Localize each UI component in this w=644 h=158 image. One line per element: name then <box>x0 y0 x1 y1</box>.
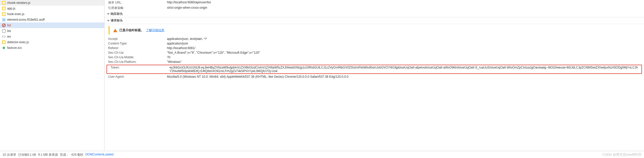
header-key: Token: <box>111 66 170 73</box>
svg-rect-5 <box>3 13 5 15</box>
file-chunk-vendors-js[interactable]: chunk-vendors.js <box>0 0 104 6</box>
notice-text: 已显示临时标题。 <box>119 28 144 32</box>
file-label: list <box>7 24 11 27</box>
file-detector-exec-js[interactable]: detector-exec.js <box>0 39 104 45</box>
domcontentloaded-label: DOMContentLoaded <box>85 153 113 157</box>
header-value: ?0 <box>167 55 640 59</box>
file-label: detector-exec.js <box>7 40 29 44</box>
header-row: Sec-Ch-Ua-Mobile:?0 <box>104 55 644 60</box>
font-blue-icon: A <box>2 18 6 21</box>
square-gray-icon <box>2 29 6 33</box>
header-key: Sec-Ch-Ua-Mobile: <box>108 55 167 59</box>
header-row: Accept:application/json, text/plain, */* <box>104 37 644 41</box>
header-value: "Windows" <box>167 60 640 64</box>
response-headers-section[interactable]: 响应标头 <box>104 11 644 17</box>
header-row: Sec-Ch-Ua:"Not_A Brand";v="8", "Chromium… <box>104 50 644 55</box>
header-row-token: Token: eyJhbGciOiJIUzI1NiJ9.eyJleHByZXNz… <box>107 65 641 73</box>
js-yellow-icon <box>2 7 6 10</box>
header-value: Mozilla/5.0 (Windows NT 10.0; Win64; x64… <box>167 75 640 78</box>
header-key: Accept: <box>108 37 167 41</box>
file-app-js[interactable]: app.js <box>0 6 104 11</box>
header-row: Content-Type:application/json <box>104 41 644 46</box>
finish-value: 429 毫秒 <box>71 153 83 157</box>
header-value: eyJhbGciOiJIUzI1NiJ9.eyJleHByZXNzaW9uIjp… <box>170 66 638 73</box>
file-ws[interactable]: ws <box>0 34 104 39</box>
js-yellow-icon <box>2 1 6 5</box>
header-key: Referer: <box>108 46 167 50</box>
header-key: 请求 URL: <box>108 1 167 5</box>
resources-size: 9.1 MB 条资源 <box>38 153 58 157</box>
file-label: chunk-vendors.js <box>7 1 30 5</box>
header-value: application/json, text/plain, */* <box>167 37 640 41</box>
header-value: "Not_A Brand";v="8", "Chromium";v="120",… <box>167 51 640 54</box>
header-row: User-Agent:Mozilla/5.0 (Windows NT 10.0;… <box>104 74 644 79</box>
file-label: list <box>7 29 11 33</box>
token-highlight-box: Token: eyJhbGciOiJIUzI1NiJ9.eyJleHByZXNz… <box>107 65 642 74</box>
svg-line-9 <box>3 24 5 26</box>
favicon-icon <box>2 46 6 50</box>
chevron-down-icon <box>107 13 110 15</box>
provisional-headers-notice: 已显示临时标题。 了解详细信息 <box>109 26 640 35</box>
header-row: 请求 URL:http://localhost:8080/api/user/li… <box>104 0 644 5</box>
header-row: Sec-Ch-Ua-Platform:"Windows" <box>104 60 644 64</box>
request-list-sidebar: chunk-vendors.jsapp.jshook-exec.jsAeleme… <box>0 0 104 151</box>
section-title: 请求标头 <box>111 18 123 23</box>
svg-rect-10 <box>2 29 5 32</box>
js-yellow-icon <box>2 40 6 44</box>
request-count: 10 次请求 <box>3 153 16 157</box>
file-list[interactable]: list <box>0 28 104 34</box>
header-row: Referer:http://localhost:8081/ <box>104 46 644 50</box>
file-label: element-icons.ff18efd1.woff <box>7 18 45 21</box>
header-value: application/json <box>167 42 640 45</box>
header-value: http://localhost:8081/ <box>167 46 640 50</box>
request-headers-section[interactable]: 请求标头 <box>104 17 644 24</box>
svg-rect-12 <box>3 41 5 43</box>
status-bar: 10 次请求 已传输9.1 kB 9.1 MB 条资源 完成： 429 毫秒 D… <box>0 151 644 158</box>
header-row: 引用者策略:strict-origin-when-cross-origin <box>104 5 644 11</box>
chevron-down-icon <box>107 20 110 21</box>
header-key: Content-Type: <box>108 42 167 45</box>
file-label: app.js <box>7 7 15 10</box>
section-title: 响应标头 <box>111 12 123 16</box>
svg-text:A: A <box>3 19 5 21</box>
svg-rect-1 <box>3 2 5 4</box>
svg-rect-3 <box>3 7 5 10</box>
svg-marker-13 <box>2 46 5 49</box>
file-label: ws <box>7 35 11 38</box>
header-value: strict-origin-when-cross-origin <box>167 6 640 10</box>
transferred-size: 已传输9.1 kB <box>18 153 36 157</box>
file-favicon-ico[interactable]: favicon.ico <box>0 45 104 51</box>
learn-more-link[interactable]: 了解详细信息 <box>146 28 164 32</box>
header-key: User-Agent: <box>108 75 167 78</box>
file-list-blocked[interactable]: list <box>0 22 104 28</box>
file-label: favicon.ico <box>7 46 22 50</box>
js-yellow-icon <box>2 12 6 16</box>
header-key: Sec-Ch-Ua-Platform: <box>108 60 167 64</box>
file-hook-exec-js[interactable]: hook-exec.js <box>0 11 104 17</box>
ws-icon <box>2 35 6 38</box>
headers-panel: 请求 URL:http://localhost:8080/api/user/li… <box>104 0 644 151</box>
blocked-red-icon <box>2 24 6 27</box>
finish-label: 完成： <box>60 153 69 157</box>
warning-icon <box>113 29 117 32</box>
file-label: hook-exec.js <box>7 12 24 16</box>
header-value: http://localhost:8080/api/user/list <box>167 1 640 5</box>
header-key: 引用者策略: <box>108 6 167 10</box>
header-key: Sec-Ch-Ua: <box>108 51 167 54</box>
watermark: CSDN @望月思she何时归 <box>602 152 641 157</box>
file-element-icons-woff[interactable]: Aelement-icons.ff18efd1.woff <box>0 17 104 22</box>
